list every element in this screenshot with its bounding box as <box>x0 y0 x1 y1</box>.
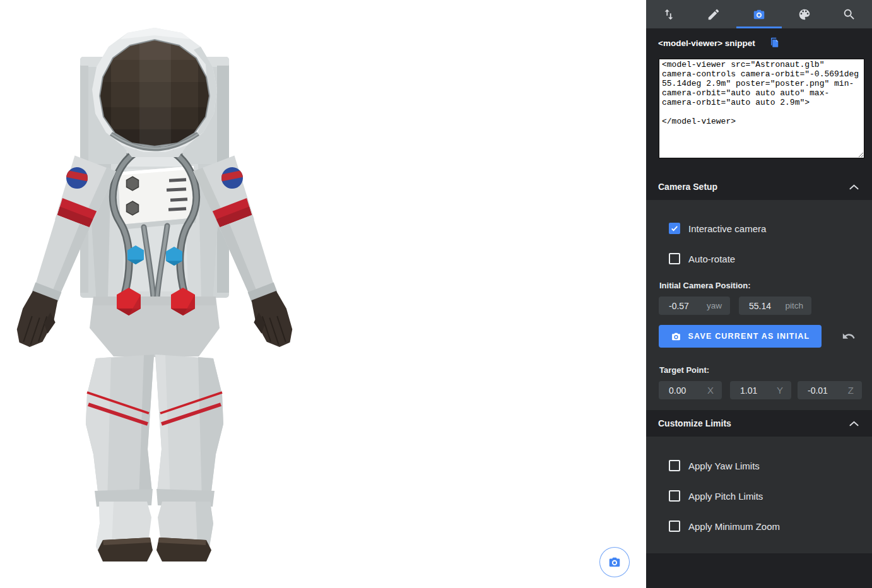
apply-yaw-limits-checkbox[interactable] <box>669 460 680 471</box>
interactive-camera-row: Interactive camera <box>646 223 872 234</box>
astronaut-right-arm <box>193 155 305 353</box>
snippet-code-textarea[interactable]: <model-viewer src="Astronaut.glb" camera… <box>659 59 864 158</box>
snippet-header: <model-viewer> snippet <box>646 28 872 49</box>
model-viewer-editor: <model-viewer> snippet <model-viewer src… <box>0 0 872 588</box>
target-z-field[interactable]: Z <box>798 381 862 399</box>
save-current-as-initial-button[interactable]: SAVE CURRENT AS INITIAL <box>659 325 822 348</box>
apply-pitch-limits-row: Apply Pitch Limits <box>646 490 872 502</box>
astronaut-red-hexes <box>117 288 195 315</box>
customize-limits-collapse-button[interactable] <box>847 418 861 429</box>
interactive-camera-label: Interactive camera <box>688 223 766 234</box>
yaw-field[interactable]: yaw <box>659 297 730 315</box>
target-z-input[interactable] <box>798 385 848 396</box>
target-x-input[interactable] <box>659 385 707 396</box>
apply-yaw-limits-row: Apply Yaw Limits <box>646 460 872 471</box>
interactive-camera-checkbox[interactable] <box>669 223 680 234</box>
target-y-suffix: Y <box>777 385 791 396</box>
check-icon <box>670 224 679 233</box>
astronaut-left-arm <box>4 155 116 353</box>
tab-camera[interactable] <box>736 0 782 28</box>
model-viewport[interactable] <box>0 0 646 588</box>
apply-minimum-zoom-label: Apply Minimum Zoom <box>688 521 780 532</box>
tab-materials[interactable] <box>782 0 827 28</box>
astronaut-backpack <box>80 57 229 298</box>
initial-camera-position-label: Initial Camera Position: <box>646 281 872 290</box>
customize-limits-title: Customize Limits <box>658 418 731 428</box>
undo-button[interactable] <box>840 328 857 344</box>
camera-setup-header: Camera Setup <box>646 173 872 200</box>
astronaut-boots <box>95 489 215 562</box>
target-z-suffix: Z <box>848 385 862 396</box>
astronaut-helmet <box>92 28 217 157</box>
pencil-icon <box>707 8 721 21</box>
apply-minimum-zoom-row: Apply Minimum Zoom <box>646 520 872 532</box>
camera-icon <box>671 331 681 342</box>
customize-limits-header: Customize Limits <box>646 410 872 437</box>
target-point-label: Target Point: <box>646 365 872 375</box>
initial-camera-position-fields: yaw pitch <box>646 297 872 315</box>
target-x-suffix: X <box>707 385 722 396</box>
save-row: SAVE CURRENT AS INITIAL <box>646 325 872 348</box>
camera-setup-collapse-button[interactable] <box>847 182 861 192</box>
tab-edit[interactable] <box>692 0 737 28</box>
auto-rotate-checkbox[interactable] <box>669 253 680 264</box>
apply-yaw-limits-label: Apply Yaw Limits <box>688 461 760 471</box>
auto-rotate-label: Auto-rotate <box>688 254 735 264</box>
tab-inspector[interactable] <box>827 0 872 28</box>
camera-capture-button[interactable] <box>599 547 630 577</box>
astronaut-torso <box>90 143 220 297</box>
customize-limits-section: Apply Yaw Limits Apply Pitch Limits Appl… <box>646 437 872 553</box>
apply-pitch-limits-label: Apply Pitch Limits <box>688 491 763 502</box>
astronaut-chest-panel <box>118 166 196 230</box>
tab-import-export[interactable] <box>646 0 692 28</box>
auto-rotate-row: Auto-rotate <box>646 253 872 264</box>
snippet-title: <model-viewer> snippet <box>658 38 755 48</box>
camera-icon <box>752 8 766 21</box>
palette-icon <box>798 8 811 21</box>
copy-icon <box>769 37 781 49</box>
target-y-field[interactable]: Y <box>730 381 791 399</box>
target-point-fields: X Y Z <box>646 381 872 399</box>
apply-pitch-limits-checkbox[interactable] <box>669 490 680 502</box>
settings-panel: <model-viewer> snippet <model-viewer src… <box>646 0 872 588</box>
save-button-label: SAVE CURRENT AS INITIAL <box>688 332 810 341</box>
yaw-input[interactable] <box>659 301 707 311</box>
target-y-input[interactable] <box>730 385 777 396</box>
panel-tab-bar <box>646 0 872 28</box>
import-export-icon <box>662 8 676 21</box>
astronaut-visor <box>95 35 215 151</box>
chevron-up-icon <box>849 184 859 190</box>
pitch-field[interactable]: pitch <box>739 297 811 315</box>
pitch-suffix: pitch <box>785 301 811 310</box>
astronaut-blue-fittings <box>127 245 182 266</box>
copy-snippet-button[interactable] <box>769 37 781 49</box>
apply-minimum-zoom-checkbox[interactable] <box>669 520 680 532</box>
astronaut-legs <box>86 355 223 502</box>
chevron-up-icon <box>849 421 859 426</box>
camera-setup-section: Interactive camera Auto-rotate Initial C… <box>646 200 872 410</box>
target-x-field[interactable]: X <box>659 381 722 399</box>
astronaut-model <box>0 0 315 588</box>
camera-setup-title: Camera Setup <box>658 182 717 192</box>
astronaut-pelvis <box>90 297 220 357</box>
pitch-input[interactable] <box>739 301 785 311</box>
camera-icon <box>608 555 622 569</box>
yaw-suffix: yaw <box>707 301 730 310</box>
undo-icon <box>842 329 856 343</box>
astronaut-harness <box>113 153 196 297</box>
search-icon <box>842 8 856 21</box>
